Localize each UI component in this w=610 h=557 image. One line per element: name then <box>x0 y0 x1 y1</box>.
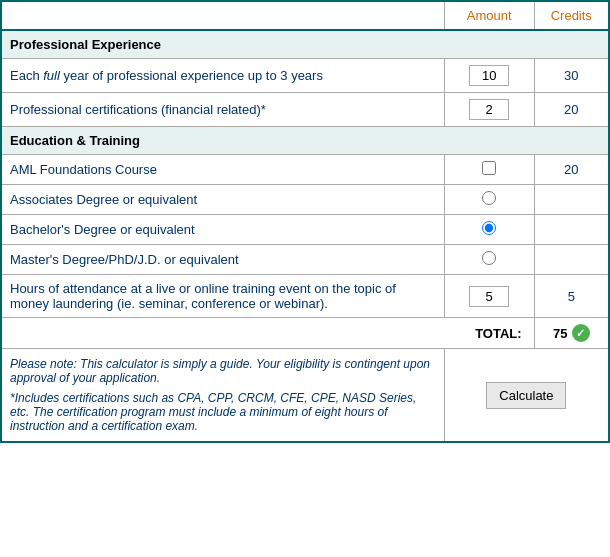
amount-cell-professional-years <box>444 59 534 93</box>
input-professional-years[interactable] <box>469 65 509 86</box>
amount-cell-training-hours <box>444 275 534 318</box>
table-row: Professional certifications (financial r… <box>1 93 609 127</box>
amount-cell-certifications <box>444 93 534 127</box>
row-label-professional-years: Each full year of professional experienc… <box>1 59 444 93</box>
row-label-certifications: Professional certifications (financial r… <box>1 93 444 127</box>
calculate-cell: Calculate <box>444 349 609 443</box>
row-label-aml: AML Foundations Course <box>1 155 444 185</box>
note-text-cell: Please note: This calculator is simply a… <box>1 349 444 443</box>
note-line2: *Includes certifications such as CPA, CP… <box>10 391 436 433</box>
checkmark-icon: ✓ <box>572 324 590 342</box>
input-certifications[interactable] <box>469 99 509 120</box>
checkbox-aml[interactable] <box>482 161 496 175</box>
header-amount: Amount <box>444 1 534 30</box>
note-line1: Please note: This calculator is simply a… <box>10 357 436 385</box>
total-value-cell: 75 ✓ <box>534 318 609 349</box>
main-table: Amount Credits Professional Experience E… <box>0 0 610 443</box>
note-row: Please note: This calculator is simply a… <box>1 349 609 443</box>
amount-cell-bachelors <box>444 215 534 245</box>
credits-cell-training-hours: 5 <box>534 275 609 318</box>
section-professional-experience: Professional Experience <box>1 30 609 59</box>
input-training-hours[interactable] <box>469 286 509 307</box>
table-row: Bachelor's Degree or equivalent <box>1 215 609 245</box>
calculate-button[interactable]: Calculate <box>486 382 566 409</box>
table-header: Amount Credits <box>1 1 609 30</box>
table-row: Each full year of professional experienc… <box>1 59 609 93</box>
total-number: 75 <box>553 326 567 341</box>
table-row: Associates Degree or equivalent <box>1 185 609 215</box>
header-credits: Credits <box>534 1 609 30</box>
italic-word: full <box>43 68 60 83</box>
total-row: TOTAL: 75 ✓ <box>1 318 609 349</box>
credits-cell-aml: 20 <box>534 155 609 185</box>
row-label-associates: Associates Degree or equivalent <box>1 185 444 215</box>
credits-cell-certifications: 20 <box>534 93 609 127</box>
row-label-training-hours: Hours of attendance at a live or online … <box>1 275 444 318</box>
amount-cell-associates <box>444 185 534 215</box>
table-row: AML Foundations Course 20 <box>1 155 609 185</box>
section-education-training: Education & Training <box>1 127 609 155</box>
row-label-masters: Master's Degree/PhD/J.D. or equivalent <box>1 245 444 275</box>
amount-cell-aml <box>444 155 534 185</box>
table-row: Hours of attendance at a live or online … <box>1 275 609 318</box>
amount-cell-masters <box>444 245 534 275</box>
section-education-label: Education & Training <box>1 127 609 155</box>
credits-cell-associates <box>534 185 609 215</box>
total-label: TOTAL: <box>1 318 534 349</box>
section-professional-experience-label: Professional Experience <box>1 30 609 59</box>
credits-cell-professional-years: 30 <box>534 59 609 93</box>
row-label-bachelors: Bachelor's Degree or equivalent <box>1 215 444 245</box>
radio-bachelors[interactable] <box>482 221 496 235</box>
credits-cell-bachelors <box>534 215 609 245</box>
radio-masters[interactable] <box>482 251 496 265</box>
table-row: Master's Degree/PhD/J.D. or equivalent <box>1 245 609 275</box>
radio-associates[interactable] <box>482 191 496 205</box>
header-label-col <box>1 1 444 30</box>
credits-cell-masters <box>534 245 609 275</box>
